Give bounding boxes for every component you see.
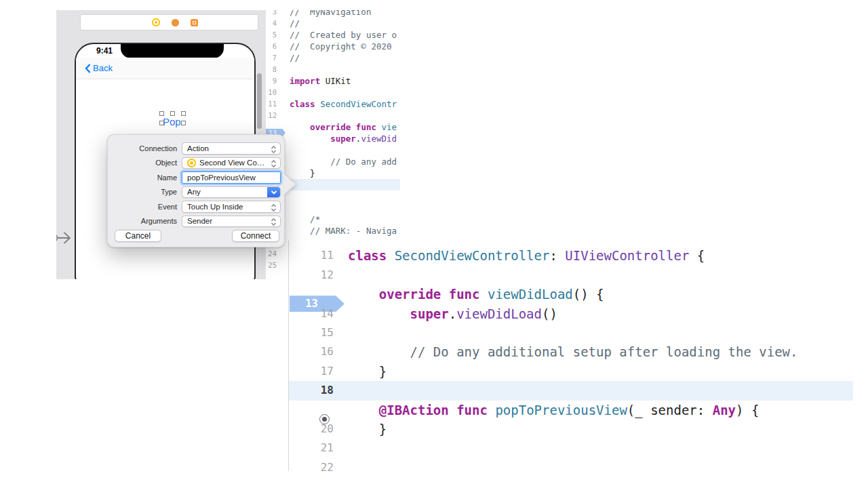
selection-handle[interactable] xyxy=(181,121,186,125)
selection-handle[interactable] xyxy=(159,121,164,125)
name-input[interactable]: popToPreviousView xyxy=(182,171,281,184)
code-text: // Created by user o xyxy=(277,29,397,41)
back-button[interactable]: Back xyxy=(85,63,113,73)
code-line: 6// Copyright © 2020 xyxy=(266,41,400,52)
code-text: // Do any add xyxy=(277,156,397,167)
object-popup[interactable]: Second View Co… xyxy=(182,157,281,169)
gutter[interactable]: 10 xyxy=(289,241,334,246)
line-number[interactable]: 22 xyxy=(289,458,334,471)
gutter[interactable]: 21 xyxy=(289,439,334,458)
connection-popup[interactable]: Action xyxy=(182,142,281,155)
code-text: // Copyright © 2020 xyxy=(277,41,397,52)
code-text: super.viewDid xyxy=(277,133,397,144)
event-value: Touch Up Inside xyxy=(187,203,243,211)
gutter[interactable]: 25 xyxy=(266,260,277,271)
gutter[interactable]: 8 xyxy=(266,64,277,75)
code-text: } xyxy=(334,362,387,381)
gutter[interactable]: 17 xyxy=(289,362,334,381)
line-number[interactable]: 8 xyxy=(266,64,277,75)
selection-handle[interactable] xyxy=(181,111,186,116)
gutter[interactable]: 20 xyxy=(289,420,334,439)
stepper-icon xyxy=(271,218,277,226)
line-number[interactable]: 3 xyxy=(266,10,277,18)
type-combo[interactable]: Any xyxy=(182,186,281,199)
code-line: 5// Created by user o xyxy=(266,29,400,41)
line-number[interactable]: 10 xyxy=(289,241,334,246)
arguments-popup[interactable]: Sender xyxy=(182,216,281,228)
source-editor[interactable]: 3// MyNavigation4//5// Created by user o… xyxy=(266,10,400,279)
line-number[interactable]: 5 xyxy=(266,29,277,41)
gutter[interactable]: 9 xyxy=(266,75,277,87)
view-controller-icon[interactable] xyxy=(152,18,160,26)
name-input-value: popToPreviousView xyxy=(187,174,256,182)
pop-button[interactable]: Pop xyxy=(163,116,181,127)
navigation-bar: Back xyxy=(76,58,254,79)
gutter[interactable]: 4 xyxy=(266,18,277,29)
gutter[interactable]: 12 xyxy=(266,110,277,121)
gutter[interactable]: 22 xyxy=(289,458,334,471)
line-number[interactable]: 7 xyxy=(266,52,277,64)
canvas-scrollbar[interactable] xyxy=(257,73,262,129)
line-number[interactable]: 25 xyxy=(266,260,277,271)
name-label: Name xyxy=(108,174,177,182)
exit-icon-inner xyxy=(193,21,196,24)
code-line: 10 xyxy=(266,87,400,98)
gutter[interactable]: 10 xyxy=(266,87,277,98)
code-line: 11class SecondViewController: UIViewCont… xyxy=(289,246,853,265)
gutter[interactable]: 5 xyxy=(266,29,277,41)
code-line: 11class SecondViewContr xyxy=(266,98,400,110)
line-number[interactable]: 10 xyxy=(266,87,277,98)
gutter[interactable]: 24 xyxy=(266,248,277,260)
gutter[interactable]: 16 xyxy=(289,342,334,361)
code-text: override func viewDidLoad() { xyxy=(334,285,604,304)
line-number[interactable]: 6 xyxy=(266,41,277,52)
line-number[interactable]: 4 xyxy=(266,18,277,29)
code-line: 18 xyxy=(289,381,853,400)
line-number[interactable]: 20 xyxy=(289,420,334,439)
code-line: 15 xyxy=(289,323,853,342)
gutter[interactable]: 12 xyxy=(289,266,334,285)
cancel-button[interactable]: Cancel xyxy=(115,230,161,242)
gutter[interactable]: 11 xyxy=(266,98,277,110)
code-line: 22 xyxy=(289,458,853,471)
line-number[interactable]: 24 xyxy=(266,248,277,260)
line-number[interactable]: 17 xyxy=(289,362,334,381)
line-number[interactable]: 14 xyxy=(289,304,334,323)
line-number[interactable]: 21 xyxy=(289,439,334,458)
code-text: import UIKit xyxy=(277,75,351,87)
line-number[interactable]: 16 xyxy=(289,342,334,361)
type-value: Any xyxy=(187,188,201,196)
line-number[interactable]: 12 xyxy=(289,266,334,285)
line-number[interactable]: 9 xyxy=(266,75,277,87)
connection-label: Connection xyxy=(108,144,177,152)
exit-icon[interactable] xyxy=(191,19,198,26)
event-popup[interactable]: Touch Up Inside xyxy=(182,201,281,213)
line-number[interactable]: 15 xyxy=(289,323,334,342)
line-number[interactable]: 11 xyxy=(289,246,334,265)
gutter[interactable]: 6 xyxy=(266,41,277,52)
code-text: // xyxy=(277,18,300,29)
selection-handle[interactable] xyxy=(170,111,175,116)
line-number[interactable]: 18 xyxy=(289,381,334,400)
code-line: 16 // Do any additional setup after load… xyxy=(289,342,853,361)
gutter[interactable]: 15 xyxy=(289,323,334,342)
code-line: 13 override func viewDidLoad() { xyxy=(289,285,853,304)
line-number[interactable]: 12 xyxy=(266,110,277,121)
arguments-value: Sender xyxy=(187,217,212,225)
code-line: 9import UIKit xyxy=(266,75,400,87)
gutter[interactable]: 11 xyxy=(289,246,334,265)
combo-dropdown-button[interactable] xyxy=(267,187,280,198)
line-number[interactable]: 11 xyxy=(266,98,277,110)
code-line: 3// MyNavigation xyxy=(266,10,400,18)
gutter[interactable]: 7 xyxy=(266,52,277,64)
connect-button[interactable]: Connect xyxy=(232,230,279,242)
stepper-icon xyxy=(271,203,277,212)
gutter[interactable]: 14 xyxy=(289,304,334,323)
selection-handle[interactable] xyxy=(159,111,164,116)
code-line: 14 super.viewDid xyxy=(266,133,400,144)
code-line: 22 // MARK: - Naviga xyxy=(266,225,400,237)
first-responder-icon[interactable] xyxy=(172,19,179,26)
status-bar-time: 9:41 xyxy=(96,46,113,56)
gutter[interactable]: 18 xyxy=(289,381,334,400)
gutter[interactable]: 3 xyxy=(266,10,277,18)
